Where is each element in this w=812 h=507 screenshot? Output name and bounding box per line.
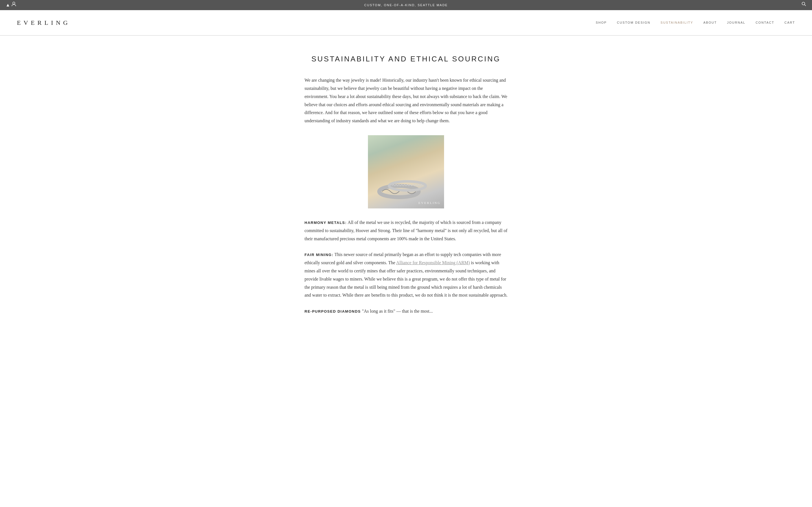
nav-contact[interactable]: CONTACT	[756, 20, 774, 25]
user-icon[interactable]: ▲	[6, 1, 16, 9]
nav-cart[interactable]: CART	[784, 20, 795, 25]
rings-illustration	[376, 172, 433, 200]
jewelry-image-container: EVERLING	[305, 135, 507, 209]
svg-point-1	[802, 2, 805, 5]
svg-point-0	[13, 2, 15, 4]
repurposed-diamonds-body: "As long as it fits" — that is the most.…	[362, 309, 433, 314]
nav-about[interactable]: ABOUT	[703, 20, 717, 25]
logo[interactable]: EVERLING	[17, 17, 70, 28]
main-nav: SHOP CUSTOM DESIGN SUSTAINABILITY ABOUT …	[596, 20, 795, 25]
image-watermark: EVERLING	[418, 200, 441, 206]
nav-journal[interactable]: JOURNAL	[727, 20, 746, 25]
jewelry-image: EVERLING	[368, 135, 444, 209]
arm-link[interactable]: Alliance for Responsible Mining (ARM)	[396, 260, 470, 265]
intro-paragraph: We are changing the way jewelry is made!…	[305, 76, 507, 125]
repurposed-diamonds-heading: RE-PURPOSED DIAMONDS	[305, 309, 361, 314]
nav-shop[interactable]: SHOP	[596, 20, 607, 25]
harmony-metals-section: HARMONY METALS: All of the metal we use …	[305, 219, 507, 243]
nav-custom-design[interactable]: CUSTOM DESIGN	[617, 20, 651, 25]
svg-line-2	[805, 5, 806, 6]
nav-sustainability[interactable]: SUSTAINABILITY	[661, 20, 693, 25]
harmony-metals-heading: HARMONY METALS:	[305, 221, 347, 225]
header: EVERLING SHOP CUSTOM DESIGN SUSTAINABILI…	[0, 10, 812, 36]
search-icon[interactable]	[801, 1, 806, 9]
main-content: SUSTAINABILITY AND ETHICAL SOURCING We a…	[299, 36, 513, 338]
repurposed-diamonds-section: RE-PURPOSED DIAMONDS "As long as it fits…	[305, 307, 507, 316]
top-bar: ▲ CUSTOM, ONE-OF-A-KIND, SEATTLE MADE	[0, 0, 812, 10]
fair-mining-body-after: is working with mines all over the world…	[305, 260, 507, 297]
page-title: SUSTAINABILITY AND ETHICAL SOURCING	[305, 53, 507, 65]
tagline: CUSTOM, ONE-OF-A-KIND, SEATTLE MADE	[364, 3, 448, 8]
fair-mining-heading: FAIR MINING:	[305, 252, 334, 257]
fair-mining-section: FAIR MINING: This newer source of metal …	[305, 251, 507, 299]
